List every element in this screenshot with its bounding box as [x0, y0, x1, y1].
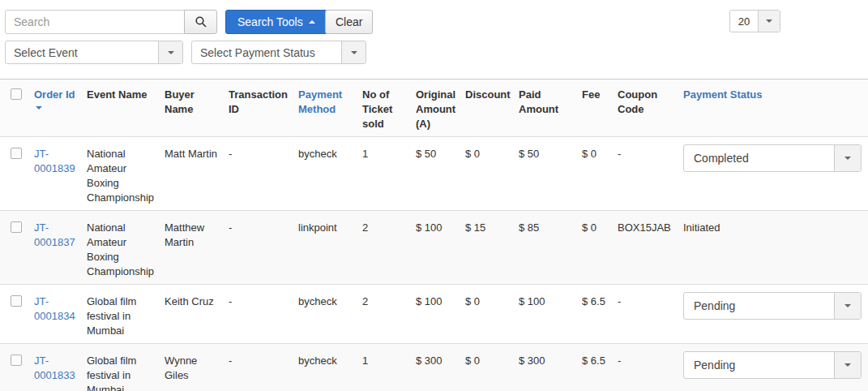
cell-discount: $ 0 — [465, 137, 519, 211]
clear-button[interactable]: Clear — [325, 10, 373, 34]
column-header-coupon-code: Coupon Code — [618, 79, 683, 137]
cell-buyer-name: Keith Cruz — [165, 285, 229, 344]
cell-coupon-code: - — [618, 137, 683, 211]
column-header-tickets-sold: No of Ticket sold — [362, 79, 416, 137]
cell-payment-method: bycheck — [298, 285, 362, 344]
column-header-buyer-name: Buyer Name — [165, 79, 229, 137]
cell-discount: $ 0 — [465, 285, 519, 344]
cell-tickets-sold: 1 — [362, 344, 416, 391]
table-row: JT-0001834 Global film festival in Mumba… — [0, 285, 868, 344]
page-size-select[interactable]: 20 — [729, 10, 780, 32]
cell-payment-method: bycheck — [298, 137, 362, 211]
column-header-payment-status[interactable]: Payment Status — [683, 88, 763, 101]
order-id-link[interactable]: JT-0001834 — [34, 295, 75, 322]
event-filter-value: Select Event — [6, 41, 158, 63]
cell-fee: $ 6.5 — [582, 344, 618, 391]
table-row: JT-0001839 National Amateur Boxing Champ… — [0, 137, 868, 211]
cell-discount: $ 0 — [465, 344, 519, 391]
caret-down-icon — [834, 352, 861, 378]
order-id-link[interactable]: JT-0001839 — [34, 148, 75, 174]
table-row: JT-0001833 Global film festival in Mumba… — [0, 344, 868, 391]
cell-fee: $ 6.5 — [582, 285, 618, 344]
cell-fee: $ 0 — [582, 137, 618, 211]
cell-paid-amount: $ 85 — [519, 211, 582, 285]
column-header-paid-amount: Paid Amount — [519, 79, 582, 137]
cell-transaction-id: - — [229, 137, 298, 211]
payment-status-value: Pending — [684, 293, 834, 319]
cell-coupon-code: - — [618, 344, 683, 391]
caret-down-icon — [158, 41, 182, 63]
cell-paid-amount: $ 50 — [519, 137, 582, 211]
row-checkbox[interactable] — [11, 221, 22, 233]
event-filter-select[interactable]: Select Event — [5, 41, 183, 64]
sort-desc-icon — [36, 106, 42, 110]
cell-transaction-id: - — [229, 211, 298, 285]
payment-status-select[interactable]: Pending — [683, 351, 862, 379]
cell-discount: $ 15 — [465, 211, 519, 285]
toolbar: Search Tools Clear 20 — [0, 0, 868, 34]
caret-down-icon — [341, 41, 366, 63]
column-header-order-id[interactable]: Order Id — [34, 88, 75, 101]
column-header-transaction-id: Transaction ID — [229, 79, 298, 137]
clear-label: Clear — [336, 15, 362, 28]
cell-event-name: National Amateur Boxing Championship — [87, 211, 165, 285]
payment-status-value: Completed — [684, 145, 834, 171]
select-all-checkbox[interactable] — [11, 88, 22, 100]
cell-payment-method: linkpoint — [298, 211, 362, 285]
cell-event-name: National Amateur Boxing Championship — [87, 137, 165, 211]
payment-status-value: Pending — [684, 352, 834, 378]
cell-paid-amount: $ 300 — [519, 344, 582, 391]
search-button[interactable] — [184, 10, 217, 34]
cell-tickets-sold: 1 — [362, 137, 416, 211]
cell-fee: $ 0 — [582, 211, 618, 285]
order-id-link[interactable]: JT-0001837 — [34, 221, 75, 248]
cell-original-amount: $ 50 — [416, 137, 465, 211]
payment-status-text: Initiated — [683, 211, 868, 285]
filter-bar: Select Event Select Payment Status — [0, 34, 868, 79]
payment-status-filter-select[interactable]: Select Payment Status — [191, 41, 366, 64]
cell-paid-amount: $ 100 — [519, 285, 582, 344]
table-header-row: Order Id Event Name Buyer Name Transacti… — [0, 79, 868, 137]
cell-buyer-name: Matt Martin — [165, 137, 229, 211]
table-row: JT-0001837 National Amateur Boxing Champ… — [0, 211, 868, 285]
row-checkbox[interactable] — [11, 295, 22, 307]
cell-transaction-id: - — [229, 344, 298, 391]
caret-up-icon — [309, 20, 315, 24]
cell-coupon-code: BOX15JAB — [618, 211, 683, 285]
order-id-link[interactable]: JT-0001833 — [34, 354, 75, 381]
column-header-event-name: Event Name — [87, 79, 165, 137]
cell-buyer-name: Matthew Martin — [165, 211, 229, 285]
payment-status-select[interactable]: Completed — [683, 144, 862, 172]
column-header-discount: Discount — [465, 79, 519, 137]
cell-coupon-code: - — [618, 285, 683, 344]
cell-tickets-sold: 2 — [362, 211, 416, 285]
search-input[interactable] — [5, 10, 185, 34]
caret-down-icon — [834, 145, 861, 171]
caret-down-icon — [758, 11, 780, 32]
cell-payment-method: bycheck — [298, 344, 362, 391]
column-header-original-amount: Original Amount (A) — [416, 79, 465, 137]
search-tools-button[interactable]: Search Tools — [225, 10, 327, 34]
page-size-value: 20 — [730, 11, 758, 32]
orders-table: Order Id Event Name Buyer Name Transacti… — [0, 79, 868, 391]
cell-buyer-name: Wynne Giles — [165, 344, 229, 391]
caret-down-icon — [834, 293, 861, 319]
cell-event-name: Global film festival in Mumbai — [87, 285, 165, 344]
cell-tickets-sold: 2 — [362, 285, 416, 344]
row-checkbox[interactable] — [11, 148, 22, 159]
cell-original-amount: $ 300 — [416, 344, 465, 391]
search-icon — [195, 15, 207, 28]
cell-original-amount: $ 100 — [416, 285, 465, 344]
column-header-fee: Fee — [582, 79, 618, 137]
search-tools-label: Search Tools — [237, 15, 303, 28]
column-header-payment-method[interactable]: Payment Method — [298, 88, 342, 115]
payment-status-filter-value: Select Payment Status — [192, 41, 341, 63]
payment-status-select[interactable]: Pending — [683, 292, 862, 320]
cell-transaction-id: - — [229, 285, 298, 344]
cell-event-name: Global film festival in Mumbai — [87, 344, 165, 391]
cell-original-amount: $ 100 — [416, 211, 465, 285]
row-checkbox[interactable] — [11, 354, 22, 366]
